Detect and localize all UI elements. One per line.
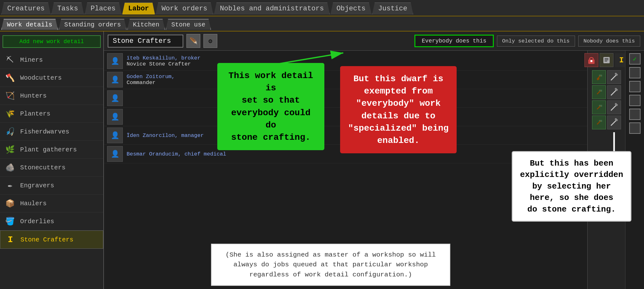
sidebar: Add new work detail ⛏ Miners 🪓 Woodcutte… (0, 31, 104, 289)
work-detail-header: 🪶 ⚙ Everybody does this Only selected do… (104, 31, 644, 51)
subtab-standing-orders[interactable]: Standing orders (59, 19, 127, 30)
worker-info: ïteb Keskalilun, broker Novice Stone Cra… (127, 55, 584, 67)
tool-icons-row2 (592, 70, 621, 84)
tool-icon-pick2 (607, 85, 621, 99)
checkbox-0[interactable]: ✓ (629, 53, 641, 65)
sidebar-item-planters-label: Planters (20, 110, 50, 117)
rename-icon-button[interactable]: 🪶 (186, 34, 200, 48)
sidebar-item-stonecutters-label: Stonecutters (20, 164, 66, 171)
feather-icon: 🪶 (190, 37, 197, 45)
sidebar-item-miners-label: Miners (20, 56, 43, 64)
orderlies-icon: 🪣 (3, 214, 17, 228)
sidebar-item-stone-crafters[interactable]: I Stone Crafters (0, 230, 103, 249)
subtab-work-details[interactable]: Work details (1, 19, 58, 30)
haulers-icon: 📦 (3, 196, 17, 210)
stonecutters-icon: 🪨 (3, 161, 17, 174)
tool-icon-hammer-green4 (592, 116, 606, 129)
sidebar-item-stonecutters[interactable]: 🪨 Stonecutters (0, 159, 103, 177)
worker-avatar: 👤 (107, 90, 123, 106)
sidebar-item-hunters[interactable]: 🏹 Hunters (0, 87, 103, 105)
tool-icon-pick3 (607, 100, 621, 114)
planters-icon: 🌾 (3, 107, 17, 121)
red-callout-text: But this dwarf isexempted from"everybody… (348, 74, 448, 145)
sidebar-item-plant-gatherers-label: Plant gatherers (20, 146, 77, 153)
tab-work-orders[interactable]: Work orders (156, 3, 213, 14)
subtab-stone-use[interactable]: Stone use (166, 19, 211, 30)
worker-avatar: 👤 (107, 128, 123, 143)
plant-gatherers-icon: 🌿 (3, 143, 17, 156)
sidebar-item-plant-gatherers[interactable]: 🌿 Plant gatherers (0, 141, 103, 159)
gear-icon: ⚙ (208, 37, 212, 45)
svg-line-21 (597, 121, 600, 124)
sidebar-item-woodcutters[interactable]: 🪓 Woodcutters (0, 69, 103, 87)
tool-icons-row4 (592, 100, 621, 114)
checkbox-2[interactable] (629, 81, 641, 92)
tab-labor[interactable]: Labor (122, 3, 155, 14)
sidebar-item-engravers-label: Engravers (20, 182, 54, 189)
sidebar-item-haulers-label: Haulers (20, 200, 47, 207)
sidebar-item-fisherdwarves-label: Fisherdwarves (20, 128, 69, 135)
sidebar-item-miners[interactable]: ⛏ Miners (0, 51, 103, 69)
tab-tasks[interactable]: Tasks (51, 3, 84, 14)
miners-icon: ⛏ (3, 53, 17, 67)
tool-icon-hammer-green2 (592, 85, 606, 99)
subtab-kitchen[interactable]: Kitchen (127, 19, 165, 30)
worker-avatar: 👤 (107, 72, 123, 88)
sidebar-item-planters[interactable]: 🌾 Planters (0, 105, 103, 123)
tab-justice[interactable]: Justice (372, 3, 413, 14)
checkbox-4[interactable] (629, 109, 641, 120)
sidebar-item-orderlies-label: Orderlies (20, 218, 54, 225)
second-navigation: Work details Standing orders Kitchen Sto… (0, 16, 644, 31)
tab-creatures[interactable]: Creatures (1, 3, 51, 14)
worker-name: ïteb Keskalilun, broker (127, 55, 584, 61)
stone-crafters-icon: I (3, 233, 17, 246)
green-callout: This work detail isset so thateverybody … (217, 63, 324, 150)
tool-icon-scroll (600, 53, 613, 67)
engravers-icon: ✒ (3, 178, 17, 192)
tool-icons-row5 (592, 116, 621, 129)
tool-icons-row3 (592, 85, 621, 99)
tab-objects[interactable]: Objects (330, 3, 371, 14)
checkbox-1[interactable] (629, 67, 641, 78)
work-detail-name-input[interactable] (108, 35, 183, 48)
top-navigation: Creatures Tasks Places Labor Work orders… (0, 0, 644, 16)
red-callout: But this dwarf isexempted from"everybody… (340, 66, 457, 153)
tool-icon-pick (607, 70, 621, 84)
tab-places[interactable]: Places (85, 3, 122, 14)
only-selected-button[interactable]: Only selected do this (497, 36, 575, 47)
tool-icon-hammer-green3 (592, 100, 606, 114)
white-bottom-callout-text: (She is also assigned as master of a wor… (225, 251, 436, 278)
tool-icon-pick4 (607, 116, 621, 129)
settings-icon-button[interactable]: ⚙ (203, 34, 217, 48)
worker-avatar: 👤 (107, 146, 123, 162)
checkbox-5[interactable] (629, 122, 641, 134)
right-panel: 🪶 ⚙ Everybody does this Only selected do… (104, 31, 644, 289)
main-content: Add new work detail ⛏ Miners 🪓 Woodcutte… (0, 31, 644, 289)
svg-rect-1 (590, 58, 593, 60)
sidebar-item-woodcutters-label: Woodcutters (20, 74, 62, 82)
worker-avatar: 👤 (107, 109, 123, 125)
sidebar-item-stone-crafters-label: Stone Crafters (20, 236, 73, 243)
tab-nobles[interactable]: Nobles and administrators (214, 3, 330, 14)
green-callout-text: This work detail isset so thateverybody … (229, 71, 313, 142)
sidebar-item-haulers[interactable]: 📦 Haulers (0, 195, 103, 212)
svg-line-17 (597, 106, 600, 109)
nobody-does-button[interactable]: Nobody does this (578, 36, 640, 47)
hunters-icon: 🏹 (3, 89, 17, 103)
sidebar-item-hunters-label: Hunters (20, 92, 47, 99)
tool-icon-locked (584, 53, 598, 67)
sidebar-item-engravers[interactable]: ✒ Engravers (0, 177, 103, 195)
everybody-does-this-button[interactable]: Everybody does this (414, 35, 493, 47)
sidebar-item-fisherdwarves[interactable]: 🎣 Fisherdwarves (0, 123, 103, 141)
add-work-detail-button[interactable]: Add new work detail (3, 35, 101, 48)
woodcutters-icon: 🪓 (3, 71, 17, 85)
svg-line-13 (597, 91, 600, 94)
worker-avatar: 👤 (107, 53, 123, 69)
svg-rect-2 (590, 60, 592, 62)
white-right-callout-text: But this has beenexplicitly overriddenby… (520, 159, 623, 214)
tool-icons-row: I (584, 53, 629, 67)
fisherdwarves-icon: 🎣 (3, 125, 17, 139)
tool-icon-hammer-green (592, 70, 606, 84)
checkbox-3[interactable] (629, 95, 641, 106)
sidebar-item-orderlies[interactable]: 🪣 Orderlies (0, 212, 103, 230)
